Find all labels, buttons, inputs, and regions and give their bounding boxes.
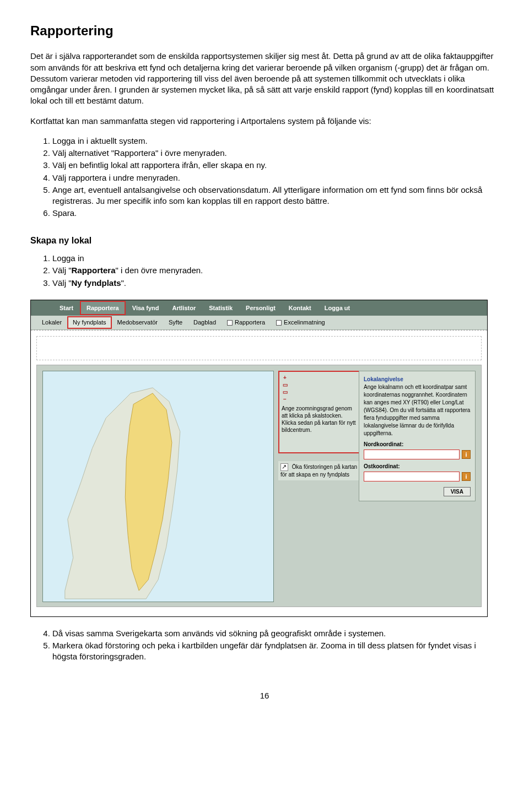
list-item: Välj en befintlig lokal att rapportera i… bbox=[52, 160, 499, 171]
list-item: Välj alternativet "Rapportera" i övre me… bbox=[52, 148, 499, 159]
text: Välj " bbox=[52, 278, 72, 288]
subnav-ny-fyndplats[interactable]: Ny fyndplats bbox=[67, 316, 112, 329]
bold-text: Rapportera bbox=[72, 266, 116, 275]
list-item: Spara. bbox=[52, 208, 499, 219]
nav-statistik[interactable]: Statistik bbox=[202, 301, 239, 316]
nav-artlistor[interactable]: Artlistor bbox=[165, 301, 202, 316]
zoom-instructions-text: Ange zoomningsgrad genom att klicka på s… bbox=[282, 405, 358, 434]
map-panel: + ▭ ▭ − Ange zoomningsgrad genom att kli… bbox=[36, 365, 482, 607]
magnify-icon bbox=[280, 463, 288, 471]
checkbox-icon bbox=[276, 320, 282, 326]
page-title: Rapportering bbox=[30, 22, 499, 40]
form-title: Lokalangivelse bbox=[364, 376, 471, 383]
section-heading: Skapa ny lokal bbox=[30, 235, 499, 247]
ostkoordinat-label: Ostkoordinat: bbox=[364, 463, 471, 470]
visa-button[interactable]: VISA bbox=[444, 487, 471, 496]
subnav-syfte[interactable]: Syfte bbox=[163, 316, 188, 329]
steps-list-3: Då visas samma Sverigekarta som används … bbox=[30, 628, 499, 663]
nav-kontakt[interactable]: Kontakt bbox=[282, 301, 318, 316]
list-item: Markera ökad förstoring och peka i kartb… bbox=[52, 640, 499, 663]
bold-text: Ny fyndplats bbox=[72, 278, 121, 288]
subnav-excelinmatning[interactable]: Excelinmatning bbox=[271, 316, 331, 329]
sub-nav: Lokaler Ny fyndplats Medobservatör Syfte… bbox=[31, 316, 487, 330]
top-nav: Start Rapportera Visa fynd Artlistor Sta… bbox=[31, 300, 487, 316]
scale-icon: ▭ bbox=[282, 388, 288, 396]
list-item: Välj "Ny fyndplats". bbox=[52, 278, 499, 289]
nordkoordinat-input[interactable] bbox=[364, 450, 460, 459]
plus-icon: + bbox=[282, 374, 288, 381]
screenshot-panel: Start Rapportera Visa fynd Artlistor Sta… bbox=[30, 300, 488, 617]
info-icon[interactable]: i bbox=[462, 472, 471, 481]
magnify-text: Öka förstoringen på kartan för att skapa… bbox=[280, 464, 357, 478]
nav-rapportera[interactable]: Rapportera bbox=[80, 301, 126, 316]
subnav-label: Excelinmatning bbox=[284, 319, 325, 326]
nav-personligt[interactable]: Personligt bbox=[239, 301, 282, 316]
ostkoordinat-input[interactable] bbox=[364, 472, 460, 481]
text: " i den övre menyraden. bbox=[116, 266, 203, 275]
nordkoordinat-label: Nordkoordinat: bbox=[364, 441, 471, 448]
page-number: 16 bbox=[30, 690, 499, 701]
subnav-dagblad[interactable]: Dagblad bbox=[188, 316, 222, 329]
magnify-instructions-box: Öka förstoringen på kartan för att skapa… bbox=[278, 461, 361, 480]
subnav-lokaler[interactable]: Lokaler bbox=[36, 316, 67, 329]
steps-list-1: Logga in i aktuellt system. Välj alterna… bbox=[30, 136, 499, 219]
list-item: Välj rapportera i undre menyraden. bbox=[52, 172, 499, 183]
subnav-rapportera[interactable]: Rapportera bbox=[222, 316, 271, 329]
text: ". bbox=[121, 278, 127, 288]
steps-list-2: Logga in Välj "Rapportera" i den övre me… bbox=[30, 253, 499, 289]
nav-start[interactable]: Start bbox=[53, 301, 80, 316]
text: Välj " bbox=[52, 266, 72, 275]
sweden-map[interactable] bbox=[42, 371, 274, 602]
subnav-label: Rapportera bbox=[235, 319, 265, 326]
list-item: Välj "Rapportera" i den övre menyraden. bbox=[52, 265, 499, 276]
summary-paragraph: Kortfattat kan man sammanfatta stegen vi… bbox=[30, 116, 499, 127]
form-description: Ange lokalnamn och ett koordinatpar samt… bbox=[364, 383, 471, 437]
intro-paragraph: Det är i själva rapporterandet som de en… bbox=[30, 51, 499, 106]
nav-logga-ut[interactable]: Logga ut bbox=[318, 301, 357, 316]
subnav-medobservator[interactable]: Medobservatör bbox=[112, 316, 163, 329]
map-svg bbox=[43, 371, 273, 602]
placeholder-box bbox=[36, 336, 482, 360]
lokalangivelse-form: Lokalangivelse Ange lokalnamn och ett ko… bbox=[359, 371, 476, 501]
checkbox-icon bbox=[227, 320, 233, 326]
list-item: Logga in bbox=[52, 253, 499, 264]
scale-icon: ▭ bbox=[282, 381, 288, 388]
content-area: + ▭ ▭ − Ange zoomningsgrad genom att kli… bbox=[31, 330, 487, 616]
list-item: Ange art, eventuell antalsangivelse och … bbox=[52, 185, 499, 207]
nav-visa-fynd[interactable]: Visa fynd bbox=[126, 301, 166, 316]
zoom-instructions-box: + ▭ ▭ − Ange zoomningsgrad genom att kli… bbox=[278, 371, 361, 453]
list-item: Då visas samma Sverigekarta som används … bbox=[52, 628, 499, 639]
info-icon[interactable]: i bbox=[462, 450, 471, 459]
list-item: Logga in i aktuellt system. bbox=[52, 136, 499, 147]
minus-icon: − bbox=[282, 396, 288, 403]
